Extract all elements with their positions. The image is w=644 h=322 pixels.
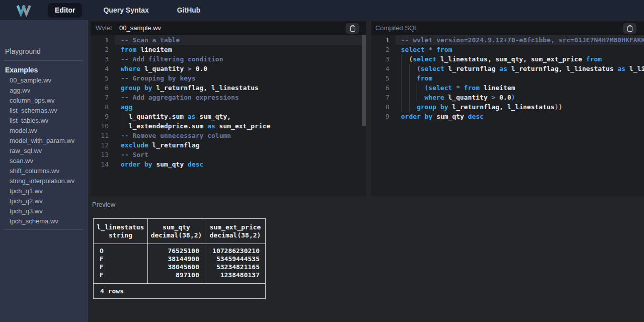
line-content: agg	[115, 102, 366, 112]
line-content: -- wvlet version=2024.9.12+70-e8fc1bbe, …	[395, 35, 644, 45]
sidebar-file-model[interactable]: model.wv	[0, 126, 88, 136]
table-cell: 1238480137	[205, 271, 265, 279]
sidebar-file-tpch_schema[interactable]: tpch_schema.wv	[0, 216, 88, 226]
code-line[interactable]: 4where l_quantity > 0.0	[91, 64, 366, 73]
code-line[interactable]: 7-- Add aggregation expressions	[91, 93, 366, 102]
sidebar-item-playground[interactable]: Playground	[5, 47, 41, 55]
preview-label: Preview	[92, 201, 115, 208]
code-line[interactable]: 10l_extendedprice.sum as sum_ext_price	[91, 121, 366, 131]
sidebar-divider	[4, 229, 83, 230]
line-content: -- Add aggregation expressions	[115, 93, 366, 102]
line-number: 13	[91, 150, 115, 159]
nav-tab-editor[interactable]: Editor	[48, 3, 82, 18]
code-line[interactable]: 2select * from	[371, 45, 644, 54]
code-line[interactable]: 11-- Remove unnecessary column	[91, 131, 366, 140]
code-line[interactable]: 14order by sum_qty desc	[91, 159, 366, 169]
code-line[interactable]: 2from lineitem	[91, 45, 366, 54]
copy-wvlet-code-button[interactable]	[346, 23, 359, 34]
sidebar-file-string_interpolation[interactable]: string_interpolation.wv	[0, 176, 88, 186]
sidebar-file-tpch_q1[interactable]: tpch_q1.wv	[0, 186, 88, 196]
line-number: 9	[371, 112, 395, 121]
table-cell: F	[94, 255, 147, 263]
code-line[interactable]: 13-- Sort	[91, 150, 366, 159]
code-line[interactable]: 7where l_quantity > 0.0)	[371, 93, 644, 102]
line-content: group by l_returnflag, l_linestatus))	[395, 102, 644, 112]
column-header-sum_qty: sum_qtydecimal(38,2)	[148, 219, 205, 244]
clipboard-icon	[626, 25, 633, 32]
table-row-count: 4 rows	[94, 283, 265, 298]
code-line[interactable]: 5-- Grouping by keys	[91, 73, 366, 83]
panel-label: Wvlet	[96, 24, 112, 32]
line-content: where l_quantity > 0.0)	[395, 93, 644, 102]
sidebar-file-list_tables[interactable]: list_tables.wv	[0, 116, 88, 126]
sidebar-file-tpch_q3[interactable]: tpch_q3.wv	[0, 206, 88, 216]
line-content: from lineitem	[115, 45, 366, 54]
sidebar: Playground Examples 00_sample.wvagg.wvco…	[0, 20, 88, 322]
table-cell: 897100	[148, 271, 205, 279]
sidebar-divider	[4, 60, 83, 61]
code-line[interactable]: 3(select l_linestatus, sum_qty, sum_ext_…	[371, 54, 644, 64]
table-cell: F	[94, 271, 147, 279]
nav-tab-query-syntax[interactable]: Query Syntax	[96, 3, 155, 18]
code-line[interactable]: 6(select * from lineitem	[371, 83, 644, 93]
sidebar-file-00_sample[interactable]: 00_sample.wv	[0, 75, 88, 86]
line-number: 8	[91, 102, 115, 112]
nav-tab-github[interactable]: GitHub	[170, 3, 208, 18]
line-number: 7	[371, 93, 395, 102]
line-number: 14	[91, 159, 115, 169]
code-line[interactable]: 4(select l_returnflag as l_returnflag, l…	[371, 64, 644, 73]
code-line[interactable]: 1-- wvlet version=2024.9.12+70-e8fc1bbe,…	[371, 35, 644, 45]
line-content: -- Grouping by keys	[115, 73, 366, 83]
line-content: -- Remove unnecessary column	[115, 131, 366, 140]
sidebar-file-list_schemas[interactable]: list_schemas.wv	[0, 106, 88, 116]
table-cell: 38045600	[148, 263, 205, 271]
table-cell: F	[94, 263, 147, 271]
sidebar-file-scan[interactable]: scan.wv	[0, 156, 88, 166]
wvlet-logo-icon[interactable]	[15, 4, 34, 17]
sidebar-file-agg[interactable]: agg.wv	[0, 86, 88, 96]
code-line[interactable]: 8agg	[91, 102, 366, 112]
code-line[interactable]: 5from	[371, 73, 644, 83]
table-column: 1072862302105345944453553234821165123848…	[205, 244, 265, 283]
table-header-row: l_linestatusstringsum_qtydecimal(38,2)su…	[94, 219, 265, 244]
code-line[interactable]: 9l_quantity.sum as sum_qty,	[91, 112, 366, 121]
compiled-sql-viewer[interactable]: 1-- wvlet version=2024.9.12+70-e8fc1bbe,…	[371, 35, 644, 196]
line-content: (select * from lineitem	[395, 83, 644, 93]
code-line[interactable]: 6group by l_returnflag, l_linestatus	[91, 83, 366, 93]
table-column: 765251003814490038045600897100	[148, 244, 205, 283]
compiled-sql-panel: Compiled SQL 1-- wvlet version=2024.9.12…	[371, 21, 644, 196]
line-content: (select l_returnflag as l_returnflag, l_…	[395, 64, 644, 73]
line-number: 5	[91, 73, 115, 83]
top-navbar: EditorQuery SyntaxGitHub	[0, 0, 644, 20]
sidebar-file-model_with_param[interactable]: model_with_param.wv	[0, 136, 88, 146]
sidebar-file-shift_columns[interactable]: shift_columns.wv	[0, 166, 88, 176]
wvlet-code-editor[interactable]: 1-- Scan a table2from lineitem3-- Add fi…	[91, 35, 366, 196]
column-header-l_linestatus: l_linestatusstring	[94, 219, 148, 244]
preview-result-table: l_linestatusstringsum_qtydecimal(38,2)su…	[93, 218, 266, 299]
sidebar-file-tpch_q2[interactable]: tpch_q2.wv	[0, 196, 88, 206]
line-number: 11	[91, 131, 115, 140]
table-body: OFFF765251003814490038045600897100107286…	[94, 244, 265, 283]
line-number: 4	[371, 64, 395, 73]
sidebar-file-raw_sql[interactable]: raw_sql.wv	[0, 146, 88, 156]
wvlet-editor-header: Wvlet 00_sample.wv	[91, 21, 366, 35]
code-line[interactable]: 9order by sum_qty desc	[371, 112, 644, 121]
line-content: select * from	[395, 45, 644, 54]
line-number: 3	[371, 54, 395, 64]
line-number: 6	[371, 83, 395, 93]
line-number: 9	[91, 112, 115, 121]
code-line[interactable]: 8group by l_returnflag, l_linestatus))	[371, 102, 644, 112]
copy-sql-button[interactable]	[623, 23, 636, 34]
line-number: 1	[371, 35, 395, 45]
code-line[interactable]: 1-- Scan a table	[91, 35, 366, 45]
examples-heading: Examples	[5, 66, 38, 74]
code-line[interactable]: 3-- Add filtering condition	[91, 54, 366, 64]
line-number: 10	[91, 121, 115, 131]
code-line[interactable]: 12exclude l_returnflag	[91, 140, 366, 150]
sidebar-file-column_ops[interactable]: column_ops.wv	[0, 96, 88, 106]
line-content: exclude l_returnflag	[115, 140, 366, 150]
table-cell: 53234821165	[205, 263, 265, 271]
wvlet-editor-panel: Wvlet 00_sample.wv 1-- Scan a table2from…	[91, 21, 366, 196]
editor-scrollbar-thumb[interactable]	[362, 35, 366, 126]
column-header-sum_ext_price: sum_ext_pricedecimal(38,2)	[205, 219, 265, 244]
